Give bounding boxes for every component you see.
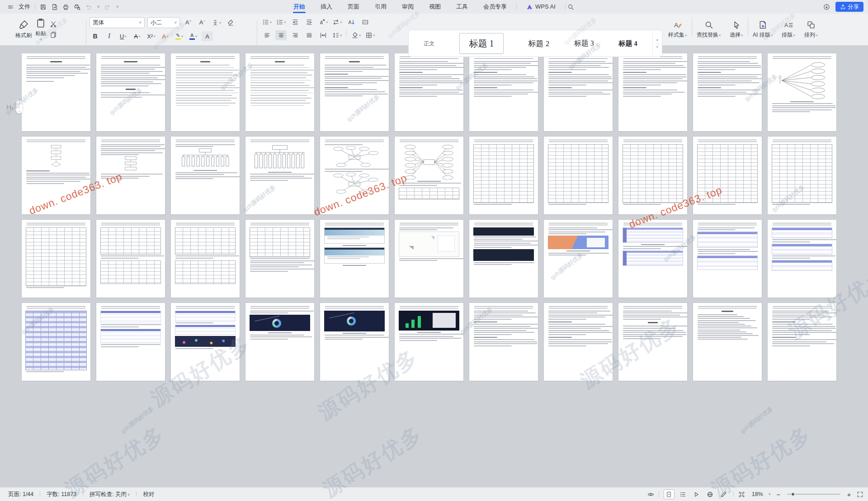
page-thumbnail-22[interactable] [768,137,836,214]
style-item-h1[interactable]: 标题 1 [459,33,504,54]
page-thumbnail-15[interactable] [245,137,314,214]
bullet-list-button[interactable] [261,17,273,27]
page-thumbnail-23[interactable] [22,220,90,298]
gallery-scroll-down-icon[interactable]: ˅ [656,43,658,49]
text-direction-icon[interactable]: A [317,17,329,27]
eye-protect-icon[interactable] [647,491,654,498]
style-item-body[interactable]: 正文 [424,40,434,47]
underline-button[interactable]: U [118,31,129,41]
tab-member[interactable]: 会员专享 [476,0,514,14]
save-icon[interactable] [40,4,47,10]
style-item-h4[interactable]: 标题 4 [618,39,637,48]
distribute-button[interactable] [317,30,329,40]
print-icon[interactable] [62,4,69,10]
page-view-button[interactable] [664,489,675,499]
highlight-color-icon[interactable]: ✎ [174,31,185,41]
undo-dropdown-icon[interactable]: ˅ [97,5,99,9]
font-size-select[interactable]: 小二˅ [147,17,180,28]
page-thumbnail-20[interactable] [618,137,687,214]
ai-layout-button[interactable]: AI 排版 [748,15,777,43]
text-tool-icon[interactable] [359,17,371,27]
page-thumbnail-1[interactable] [22,53,90,131]
zoom-level[interactable]: 18% [750,491,763,497]
export-icon[interactable] [51,4,58,10]
font-name-select[interactable]: 黑体˅ [90,17,145,28]
page-thumbnail-42[interactable] [618,303,687,381]
tab-view[interactable]: 视图 [421,0,448,14]
redo-icon[interactable] [104,4,111,10]
page-thumbnail-16[interactable] [320,137,389,214]
page-thumbnail-12[interactable] [22,137,90,214]
copy-icon[interactable] [50,31,57,38]
cut-icon[interactable] [50,20,57,28]
phonetic-guide-icon[interactable]: 文 [211,18,222,28]
page-thumbnail-18[interactable] [469,137,538,214]
fullscreen-button[interactable] [857,491,863,498]
tab-insert[interactable]: 插入 [313,0,340,14]
tab-wps-ai[interactable]: WPS AI [519,0,563,14]
fit-page-button[interactable] [738,491,745,498]
page-thumbnail-37[interactable] [245,303,314,381]
page-thumbnail-3[interactable] [171,53,240,131]
arrange-button[interactable]: 排列 [800,15,822,43]
zoom-slider-thumb[interactable] [791,492,795,496]
app-menu-icon[interactable] [7,4,14,10]
tab-review[interactable]: 审阅 [394,0,421,14]
page-thumbnail-8[interactable] [544,53,613,131]
justify-button[interactable] [303,30,315,40]
superscript-button[interactable]: X² [146,31,157,41]
page-thumbnail-33[interactable] [768,220,836,298]
web-view-button[interactable] [705,490,715,499]
page-thumbnail-36[interactable] [171,303,240,381]
page-thumbnail-7[interactable] [469,53,538,131]
more-commands-icon[interactable]: ˅ [116,5,118,9]
text-effect-icon[interactable]: A [160,31,171,41]
page-thumbnail-34[interactable] [22,303,90,381]
page-thumbnail-29[interactable] [469,220,538,298]
page-thumbnail-24[interactable] [96,220,165,298]
align-left-button[interactable] [261,30,273,40]
bold-button[interactable]: B [90,31,101,41]
find-replace-button[interactable]: 查找替换 [692,15,726,43]
font-color-icon[interactable]: A [188,31,199,41]
tab-reference[interactable]: 引用 [367,0,394,14]
proofread-button[interactable]: 校对 [143,491,154,498]
clear-format-icon[interactable] [225,18,236,28]
page-thumbnail-10[interactable] [693,53,762,131]
page-thumbnail-31[interactable] [618,220,687,298]
wrap-icon[interactable] [331,17,343,27]
file-menu-button[interactable]: 文件 [19,3,30,11]
tab-page[interactable]: 页面 [340,0,367,14]
page-thumbnail-41[interactable] [544,303,613,381]
numbered-list-button[interactable]: 123 [275,17,287,27]
zoom-dropdown-icon[interactable]: ˅ [769,492,771,496]
updates-icon[interactable] [823,4,830,10]
outline-view-button[interactable] [678,490,688,499]
line-spacing-button[interactable] [331,30,343,40]
page-thumbnail-39[interactable] [395,303,463,381]
page-thumbnail-19[interactable] [544,137,613,214]
page-thumbnail-2[interactable] [96,53,165,131]
page-thumbnail-38[interactable] [320,303,389,381]
page-thumbnail-43[interactable] [693,303,762,381]
paste-button[interactable]: 粘贴 [35,15,46,43]
page-thumbnail-6[interactable] [395,53,463,131]
sort-icon[interactable]: A [345,17,357,27]
global-search-icon[interactable] [567,4,574,10]
page-thumbnail-17[interactable] [395,137,463,214]
increase-font-button[interactable]: A+ [183,18,194,28]
tab-home[interactable]: 开始 [286,0,313,14]
strikethrough-button[interactable]: A [132,31,143,41]
document-canvas[interactable]: H₁ [0,46,868,487]
drag-handle-icon[interactable] [16,100,23,113]
annotate-button[interactable] [719,490,729,499]
layout-button[interactable]: A 排版 [777,15,800,43]
format-painter-button[interactable]: 格式刷 [15,15,32,43]
page-thumbnail-44[interactable] [768,303,836,381]
select-button[interactable]: 选择 [725,15,748,43]
char-border-icon[interactable]: A [202,31,213,41]
tab-tools[interactable]: 工具 [448,0,476,14]
page-thumbnail-9[interactable] [618,53,687,131]
page-thumbnail-35[interactable] [96,303,165,381]
spellcheck-status[interactable]: 拼写检查: 关闭˅ [90,491,130,498]
